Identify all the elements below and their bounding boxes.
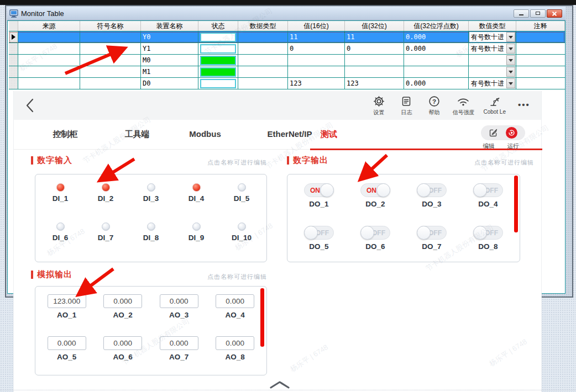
tab-modbus[interactable]: Modbus [189,129,221,139]
tab-control-cabinet[interactable]: 控制柜 [53,129,78,140]
status-indicator[interactable] [200,44,236,54]
toggle-switch[interactable]: ON [360,183,390,197]
numtype-dropdown[interactable]: 有号数十进 [469,32,515,42]
svg-text:?: ? [432,98,436,105]
ao-value-field[interactable]: 0.000 [216,336,254,350]
device-cell[interactable]: M1 [141,66,198,77]
toggle-switch[interactable]: OFF [473,183,503,197]
more-button[interactable]: ••• [515,95,533,112]
col-header-numtype[interactable]: 数值类型 [469,21,516,31]
di-item[interactable]: DI_2 [83,183,128,203]
ao-value-field[interactable]: 0.000 [160,336,198,350]
tab-ethernet-ip[interactable]: EtherNet/IP [268,129,312,139]
numtype-dropdown[interactable] [469,55,515,65]
ao-item: 0.000AO_5 [39,336,95,361]
close-button[interactable] [547,9,562,18]
col-header-device[interactable]: 装置名称 [141,21,198,31]
toggle-switch[interactable]: OFF [360,226,390,240]
analog-output-hint: 点击名称可进行编辑 [169,273,267,281]
numtype-dropdown[interactable] [469,67,515,77]
help-button[interactable]: ? 帮助 [425,95,443,116]
red-highlight-bar [260,288,264,347]
edit-label[interactable]: 编辑 [480,142,497,150]
col-header-comment[interactable]: 注释 [516,21,565,31]
di-item[interactable]: DI_6 [38,223,83,242]
toggle-switch[interactable]: OFF [417,183,447,197]
di-item[interactable]: DI_3 [128,183,174,203]
toggle-switch[interactable]: OFF [417,226,447,240]
di-item[interactable]: DI_7 [83,223,128,242]
tab-tool-end[interactable]: 工具端 [125,129,150,140]
di-item[interactable]: DI_9 [174,223,219,242]
dropdown-button[interactable] [506,32,515,42]
numtype-dropdown[interactable]: 有号数十进 [469,78,515,88]
settings-button[interactable]: 设置 [369,95,388,116]
status-indicator[interactable] [200,33,236,42]
minimize-icon [519,14,523,15]
dropdown-button[interactable] [506,55,515,65]
toggle-switch[interactable]: ON [304,183,334,197]
ao-item: 0.000AO_7 [151,336,207,361]
led-indicator [102,183,110,192]
title-bar[interactable]: Monitor Table [7,7,565,20]
toggle-switch[interactable]: OFF [473,226,503,240]
ao-value-field[interactable]: 0.000 [48,336,86,350]
numtype-dropdown[interactable]: 有号数十进 [469,44,515,54]
toggle-switch[interactable]: OFF [304,226,334,240]
ao-value-field[interactable]: 0.000 [103,294,142,308]
do-item: OFFDO_6 [347,226,404,251]
di-item[interactable]: DI_1 [38,183,83,203]
di-item[interactable]: DI_8 [128,223,174,242]
device-cell[interactable]: Y0 [141,31,198,43]
toolbar: 设置 日志 ? 帮助 [369,95,533,116]
minimize-button[interactable] [514,9,529,18]
dropdown-button[interactable] [506,44,515,54]
do-item: OFFDO_3 [404,183,460,208]
ao-value-field[interactable]: 0.000 [160,294,198,308]
status-indicator[interactable] [200,79,236,88]
table-row[interactable]: Y0 11 11 0.000 有号数十进 [9,31,565,43]
table-row[interactable]: M0 [9,55,565,66]
col-header-symbol[interactable]: 符号名称 [80,21,141,31]
table-row[interactable]: M1 [9,66,565,78]
col-header-valfloat[interactable]: 值(32位浮点数) [404,21,469,31]
device-cell[interactable]: D0 [141,78,198,89]
chevron-down-icon [509,36,513,39]
dropdown-button[interactable] [506,67,515,77]
log-button[interactable]: 日志 [397,95,416,116]
edit-pencil-icon[interactable] [489,128,498,137]
di-item[interactable]: DI_5 [219,183,264,203]
col-header-datatype[interactable]: 数据类型 [238,21,288,31]
signal-strength-button[interactable]: 信号强度 [452,95,474,116]
ao-value-field[interactable]: 0.000 [216,294,254,308]
status-indicator[interactable] [200,67,236,77]
maximize-button[interactable] [530,9,546,18]
di-item[interactable]: DI_4 [174,183,219,203]
tab-test[interactable]: 测试 [321,129,337,140]
back-button[interactable] [25,98,35,113]
device-cell[interactable]: Y1 [141,43,198,54]
collapse-chevron-up[interactable] [269,380,290,389]
status-indicator[interactable] [200,56,236,65]
ao-value-field[interactable]: 123.000 [48,294,86,308]
dropdown-button[interactable] [506,78,515,88]
col-header-val16[interactable]: 值(16位) [288,21,345,31]
table-row[interactable]: D0 123 123 0.000 有号数十进 [9,78,565,89]
toggle-knob [417,183,431,197]
cobot-button[interactable]: Cobot Le [483,95,506,115]
ao-value-field[interactable]: 0.000 [103,336,142,350]
ao-item: 0.000AO_8 [207,336,264,361]
run-label[interactable]: 运行 [505,142,521,150]
run-button[interactable] [506,127,517,139]
col-header-source[interactable]: 来源 [18,21,80,31]
table-header-row: 来源 符号名称 装置名称 状态 数据类型 值(16位) 值(32位) 值(32位… [9,21,565,31]
digital-output-hint: 点击名称可进行编辑 [436,158,534,167]
led-indicator [238,223,246,231]
device-cell[interactable]: M0 [141,55,198,66]
col-header-status[interactable]: 状态 [198,21,238,31]
di-item[interactable]: DI_10 [219,223,264,242]
help-icon: ? [428,95,440,108]
led-indicator [56,223,65,231]
table-row[interactable]: Y1 0 0 0.000 有号数十进 [9,43,565,55]
col-header-val32[interactable]: 值(32位) [345,21,404,31]
